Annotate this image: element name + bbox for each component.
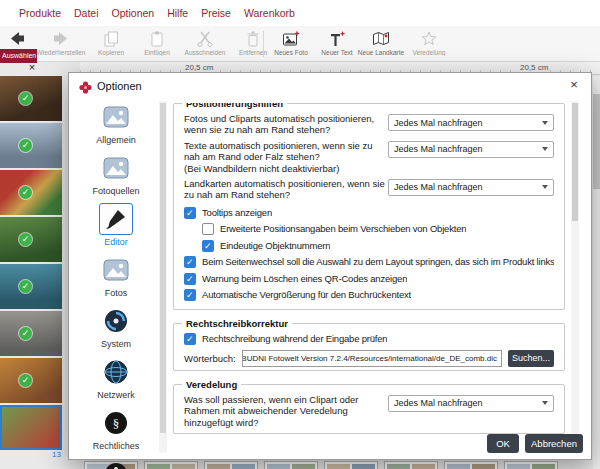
menu-produkte[interactable]: Produkte [19, 7, 61, 19]
paragraph-icon: § [99, 407, 133, 439]
checkbox-row-buchruecken[interactable]: Automatische Vergrößerung für den Buchrü… [184, 289, 554, 301]
dialog-titlebar[interactable]: Optionen [69, 73, 591, 99]
cut-button: Ausschneiden [180, 29, 230, 56]
sidebar-item-label: Allgemein [96, 135, 136, 145]
menu-warenkorb[interactable]: Warenkorb [244, 7, 295, 19]
pen-icon [99, 203, 133, 235]
tool-label: Neue Landkarte [356, 49, 406, 56]
ruler-label-left: 20,5 cm [183, 63, 215, 72]
paste-icon [132, 29, 182, 48]
checkbox-checked-icon[interactable] [184, 333, 196, 345]
sidebar-item-system[interactable]: System [75, 305, 157, 349]
sidebar-item-editor[interactable]: Editor [75, 203, 157, 247]
photo-thumbnail[interactable] [0, 76, 62, 121]
photos-position-dropdown[interactable]: Jedes Mal nachfragen [388, 114, 554, 131]
dropdown-value: Jedes Mal nachfragen [394, 182, 483, 192]
page-thumbnail[interactable] [444, 461, 498, 469]
checkbox-unchecked-icon[interactable] [202, 223, 214, 235]
tool-label: Neues Foto [266, 49, 316, 56]
ruler-label-right: 20,5 cm [518, 63, 550, 72]
new-map-icon [356, 29, 406, 48]
checkbox-label: Tooltips anzeigen [202, 207, 272, 219]
sidebar-item-allgemein[interactable]: Allgemein [75, 101, 157, 145]
scrollbar-thumb[interactable] [160, 103, 166, 433]
dropdown-value: Jedes Mal nachfragen [394, 144, 483, 154]
dictionary-path-field[interactable]: otowelt/BUDNI Fotowelt Version 7.2.4/Res… [242, 350, 502, 367]
dictionary-label: Wörterbuch: [184, 353, 236, 364]
panel-close-icon[interactable] [26, 61, 38, 73]
used-check-icon [19, 327, 32, 340]
setting-label: Was soll passieren, wenn ein Clipart ode… [184, 394, 388, 428]
options-dialog: Optionen Allgemein Fotoquellen Editor [68, 72, 592, 460]
photo-thumbnail[interactable] [0, 311, 62, 356]
sidebar-item-rechtliches[interactable]: § Rechtliches [75, 407, 157, 451]
scrollbar-thumb[interactable] [572, 103, 578, 221]
copy-icon [86, 29, 136, 48]
used-check-icon [19, 280, 32, 293]
info-icon [99, 458, 133, 469]
checkbox-row-seitenwechsel[interactable]: Beim Seitenwechsel soll die Auswahl zu d… [184, 256, 554, 268]
finishing-dropdown[interactable]: Jedes Mal nachfragen [388, 395, 554, 412]
photo-thumbnail[interactable] [0, 217, 62, 262]
checkbox-checked-icon[interactable] [184, 207, 196, 219]
checkbox-checked-icon[interactable] [184, 256, 196, 268]
new-photo-button[interactable]: Neues Foto [266, 29, 316, 56]
workspace-scrollbar[interactable] [593, 76, 600, 469]
page-thumbnail[interactable] [204, 461, 258, 469]
sidebar-item-fotos[interactable]: Fotos [75, 254, 157, 298]
texts-position-dropdown[interactable]: Jedes Mal nachfragen [388, 141, 554, 158]
new-map-button[interactable]: Neue Landkarte [356, 29, 406, 56]
checkbox-checked-icon[interactable] [184, 273, 196, 285]
sidebar-item-fotoquellen[interactable]: Fotoquellen [75, 152, 157, 196]
sidebar-item-label: Fotoquellen [92, 186, 139, 196]
menu-preise[interactable]: Preise [201, 7, 231, 19]
browse-button[interactable]: Suchen... [508, 350, 554, 367]
sidebar-item-service[interactable]: Service [75, 458, 157, 469]
content-scrollbar[interactable] [571, 101, 579, 435]
tool-label: Veredelung [404, 49, 454, 56]
section-legend: Veredelung [182, 379, 241, 390]
ok-button[interactable]: OK [487, 434, 519, 453]
tool-label: Wiederherstellen [36, 49, 86, 56]
menu-hilfe[interactable]: Hilfe [167, 7, 188, 19]
dictionary-row: Wörterbuch: otowelt/BUDNI Fotowelt Versi… [184, 350, 554, 367]
chevron-down-icon [542, 147, 548, 151]
page-thumbnail[interactable] [504, 461, 558, 469]
sidebar-scrollbar[interactable] [159, 101, 167, 453]
checkbox-row-objektnummern[interactable]: Eindeutige Objektnummern [202, 240, 554, 252]
section-rechtschreibkorrektur: Rechtschreibkorrektur Rechtschreibung wä… [173, 323, 565, 371]
menu-optionen[interactable]: Optionen [112, 7, 155, 19]
dialog-buttons: OK Abbrechen [487, 434, 583, 453]
sidebar-item-netzwerk[interactable]: Netzwerk [75, 356, 157, 400]
checkbox-checked-icon[interactable] [202, 240, 214, 252]
checkbox-row-positionsangaben[interactable]: Erweiterte Positionsangaben beim Verschi… [202, 223, 554, 235]
checkbox-row-rechtschreibung[interactable]: Rechtschreibung während der Eingabe prüf… [184, 333, 554, 345]
page-thumbnail[interactable] [264, 461, 318, 469]
scrollbar-thumb[interactable] [593, 94, 600, 189]
photo-thumbnail[interactable] [0, 264, 62, 309]
menu-bar: Produkte Datei Optionen Hilfe Preise War… [0, 0, 600, 26]
app-logo-icon [79, 80, 92, 98]
photo-thumbnail-selected[interactable] [0, 405, 62, 450]
photo-thumbnail[interactable] [0, 358, 62, 403]
svg-text:§: § [113, 416, 120, 431]
page-number: 13 [52, 450, 61, 459]
checkbox-row-tooltips[interactable]: Tooltips anzeigen [184, 207, 554, 219]
photo-thumbnail[interactable] [0, 170, 62, 215]
cancel-button[interactable]: Abbrechen [525, 434, 583, 453]
used-check-icon [19, 233, 32, 246]
image-icon [99, 101, 133, 133]
checkbox-label: Rechtschreibung während der Eingabe prüf… [202, 333, 387, 345]
setting-label: Landkarten automatisch positionieren, we… [184, 178, 388, 201]
copy-button: Kopieren [86, 29, 136, 56]
checkbox-row-qr-warnung[interactable]: Warnung beim Löschen eines QR-Codes anze… [184, 273, 554, 285]
dialog-close-icon[interactable] [567, 78, 581, 92]
photo-thumbnail[interactable] [0, 123, 62, 168]
chevron-down-icon [542, 121, 548, 125]
checkbox-checked-icon[interactable] [184, 289, 196, 301]
page-thumbnail[interactable] [384, 461, 438, 469]
page-thumbnail[interactable] [324, 461, 378, 469]
new-text-button[interactable]: Neuer Text [312, 29, 362, 56]
menu-datei[interactable]: Datei [74, 7, 99, 19]
maps-position-dropdown[interactable]: Jedes Mal nachfragen [388, 179, 554, 196]
